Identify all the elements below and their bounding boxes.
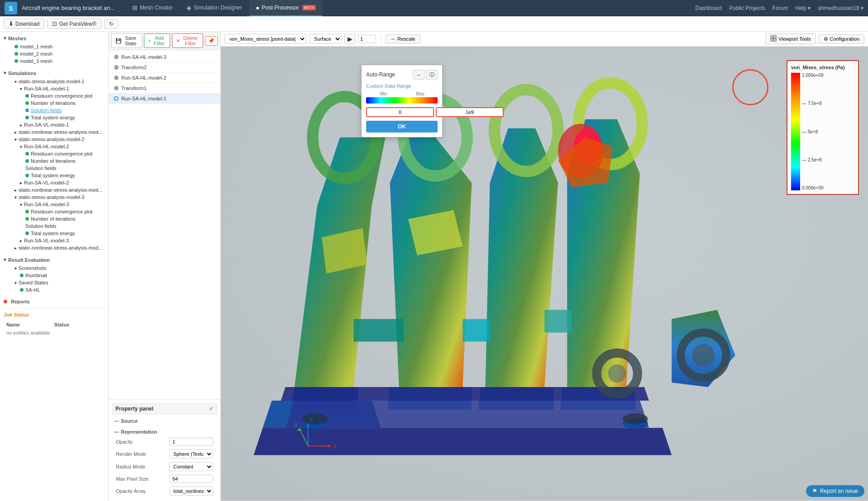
sidebar-item-saved-states[interactable]: ▾ Saved States <box>0 279 108 286</box>
filter-select[interactable]: von_Mises_stress [point-data] <box>224 34 306 44</box>
tab-post-processor-label: Post-Processor <box>262 5 299 11</box>
delete-filter-button[interactable]: ✕ Delete Filter <box>172 33 203 48</box>
sidebar-caret: ▾ <box>14 195 17 200</box>
source-section-title[interactable]: — Source <box>112 417 217 425</box>
surface-select[interactable]: Surface <box>309 34 342 44</box>
sidebar-item-residuum-2[interactable]: Residuum convergence plot <box>0 150 108 157</box>
sidebar-item-label: Total system energy <box>31 115 75 120</box>
result-evaluation-header[interactable]: ▾ Result Evaluation <box>0 255 108 265</box>
result-evaluation-section: ▾ Result Evaluation ▾ Screenshots thumbn… <box>0 253 108 295</box>
status-dot <box>25 174 29 177</box>
sidebar-item-iterations-3[interactable]: Number of iterations <box>0 215 108 222</box>
sidebar-item-solution-fields-2[interactable]: Solution fields <box>0 165 108 172</box>
nav-forum[interactable]: Forum <box>773 5 788 11</box>
tab-post-processor[interactable]: ● Post-Processor BETA <box>249 0 322 16</box>
user-menu[interactable]: ahmedhussain18 ▾ <box>818 5 863 11</box>
add-filter-button[interactable]: + Add Filter <box>144 33 170 48</box>
pipeline-item-3[interactable]: Transform1 <box>109 83 220 94</box>
sidebar-item-solution-fields-3[interactable]: Solution fields <box>0 222 108 230</box>
sidebar-item-run-sa-hl-1[interactable]: ▾ Run-SA-HL-model-1 <box>0 85 108 92</box>
pipeline-item-4[interactable]: Run-SA-HL-model-1 <box>109 94 220 104</box>
sidebar-item-energy-1[interactable]: Total system energy <box>0 114 108 121</box>
range-btn-info[interactable]: ⓘ <box>426 70 438 80</box>
max-pixel-input[interactable] <box>169 475 213 483</box>
refresh-button[interactable]: ↻ <box>104 19 119 29</box>
tab-mesh-creator[interactable]: ⊞ Mesh Creator <box>126 0 179 16</box>
property-panel-header[interactable]: Property panel ✓ <box>112 403 217 414</box>
sidebar-item-run-sa-vl-1[interactable]: ▸ Run-SA-VL-model-1 <box>0 121 108 128</box>
sidebar-item-screenshots[interactable]: ▾ Screenshots <box>0 265 108 272</box>
sidebar-item-solution-fields-1[interactable]: Solution fields <box>0 107 108 114</box>
sidebar-item-static-nonlinear-2[interactable]: ▸ static-nonlinear-stress-analysis-mod..… <box>0 186 108 194</box>
render-mode-value: Sphere (Texture) Points Surface <box>169 449 213 458</box>
reports-header[interactable]: Reports <box>0 297 108 306</box>
status-dot <box>25 116 29 119</box>
download-button[interactable]: ⬇ Download <box>4 19 44 29</box>
pipeline-dot <box>114 76 119 80</box>
ok-button[interactable]: OK <box>366 121 438 132</box>
sidebar-item-model2-mesh[interactable]: model_2 mesh <box>0 50 108 57</box>
sidebar-item-run-sa-vl-3[interactable]: ▸ Run-SA-VL-model-3 <box>0 237 108 244</box>
sidebar-item-label: Run-SA-VL-model-3 <box>24 238 69 243</box>
nav-dashboard[interactable]: Dashboard <box>695 5 722 11</box>
legend-labels: 1.000e+09 — 7.5e+8 — 5e+8 — 2.5e+8 0.000… <box>802 73 824 190</box>
opacity-array-select[interactable]: total_nonlinear_strain none <box>169 487 213 496</box>
sidebar-caret: ▸ <box>14 188 17 193</box>
sidebar-item-static-nonlinear-3[interactable]: ▸ static-nonlinear-stress-analysis-mod..… <box>0 244 108 251</box>
sidebar-item-model3-mesh[interactable]: model_3 mesh <box>0 57 108 65</box>
svg-marker-20 <box>463 319 490 341</box>
sidebar-item-model1-mesh[interactable]: model_1 mesh <box>0 43 108 50</box>
tab-simulation-designer[interactable]: ◈ Simulation Designer <box>180 0 248 16</box>
sidebar-item-static-1[interactable]: ▾ static-stress-analysis-model-1 <box>0 78 108 85</box>
sidebar-item-sa-hl[interactable]: SA-HL <box>0 286 108 293</box>
configuration-button[interactable]: ⚙ Configuration <box>819 34 864 44</box>
sidebar-item-residuum-1[interactable]: Residuum convergence plot <box>0 92 108 99</box>
get-paraview-button[interactable]: ⊡ Get ParaView® <box>47 19 101 29</box>
render-mode-select[interactable]: Sphere (Texture) Points Surface <box>169 449 213 458</box>
representation-section-title[interactable]: — Representation <box>112 428 217 436</box>
sidebar-item-run-sa-vl-2[interactable]: ▸ Run-SA-VL-model-2 <box>0 179 108 186</box>
svg-marker-21 <box>544 310 572 332</box>
nav-public-projects[interactable]: Public Projects <box>729 5 765 11</box>
pipeline-item-2[interactable]: Run-SA-HL-model-2 <box>109 73 220 83</box>
sidebar-item-static-nonlinear-1[interactable]: ▸ static-nonlinear-stress-analysis-mod..… <box>0 128 108 136</box>
reports-dot <box>4 300 7 303</box>
play-button[interactable]: ▶ <box>344 33 355 44</box>
sidebar-caret: ▾ <box>14 137 17 142</box>
sidebar-item-energy-2[interactable]: Total system energy <box>0 172 108 179</box>
pipeline-item-1[interactable]: Transform2 <box>109 62 220 73</box>
range-btn-dash[interactable]: -- <box>413 70 424 80</box>
sidebar-item-energy-3[interactable]: Total system energy <box>0 230 108 237</box>
pipeline-item-label: Transform1 <box>121 85 147 91</box>
sidebar-item-static-2[interactable]: ▾ static-stress-analysis-model-2 <box>0 136 108 143</box>
sidebar-item-iterations-1[interactable]: Number of iterations <box>0 99 108 107</box>
opacity-input[interactable] <box>169 438 213 446</box>
svg-text:Z: Z <box>333 444 336 449</box>
report-issue-button[interactable]: ⚑ Report an issue <box>806 485 864 497</box>
simulations-caret: ▾ <box>4 70 6 76</box>
rescale-button[interactable]: ↔ Rescale <box>386 34 420 43</box>
min-input[interactable] <box>366 107 434 117</box>
pin-button[interactable]: 📌 <box>205 36 218 46</box>
simulations-header[interactable]: ▾ Simulations <box>0 68 108 78</box>
save-state-button[interactable]: 💾 Save State <box>111 33 142 48</box>
frame-input[interactable] <box>358 35 376 43</box>
sidebar-item-iterations-2[interactable]: Number of iterations <box>0 157 108 165</box>
sidebar-item-run-sa-hl-2[interactable]: ▾ Run-SA-HL-model-2 <box>0 143 108 150</box>
simulations-section: ▾ Simulations ▾ static-stress-analysis-m… <box>0 66 108 253</box>
sidebar-item-run-sa-hl-3[interactable]: ▾ Run-SA-HL-model-3 <box>0 201 108 208</box>
viewport-3d[interactable]: Z X Y Auto-Range -- ⓘ Custom Data Range <box>221 47 868 501</box>
job-status-empty-row: no entities available <box>5 329 104 336</box>
pipeline-panel: 💾 Save State + Add Filter ✕ Delete Filte… <box>109 32 221 501</box>
radius-mode-select[interactable]: Constant Variable <box>169 462 213 471</box>
sidebar-item-residuum-3[interactable]: Residuum convergence plot <box>0 208 108 215</box>
job-status-table: Name Status no entities available <box>4 320 105 337</box>
nav-help[interactable]: Help ▾ <box>795 5 811 11</box>
meshes-header[interactable]: ▾ Meshes <box>0 33 108 43</box>
max-input[interactable] <box>436 107 504 117</box>
viewport-tools-button[interactable]: Viewport Tools <box>765 33 816 44</box>
sidebar-item-thumbnail[interactable]: thumbnail <box>0 272 108 279</box>
pipeline-item-0[interactable]: Run-SA-HL-model-3 <box>109 52 220 62</box>
sidebar-item-static-3[interactable]: ▾ static-stress-analysis-model-3 <box>0 194 108 201</box>
result-caret: ▾ <box>4 257 6 263</box>
